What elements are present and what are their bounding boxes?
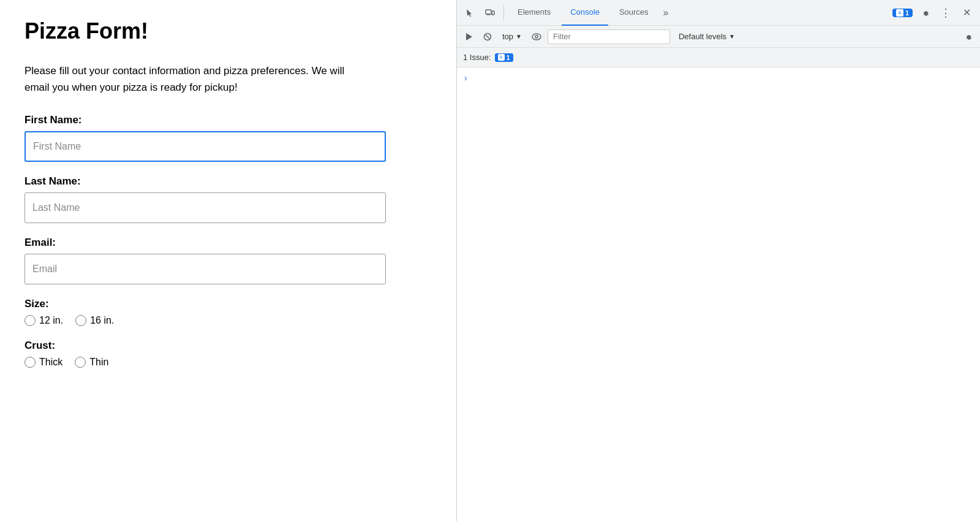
device-toolbar-button[interactable] [481,4,499,21]
svg-rect-0 [486,10,491,14]
log-levels-dropdown[interactable]: Default levels ▼ [674,31,740,42]
crust-group: Crust: Thick Thin [24,340,432,368]
svg-line-5 [486,35,489,39]
svg-point-6 [532,34,541,40]
first-name-group: First Name: [24,114,432,162]
size-16-radio[interactable] [75,315,86,326]
console-settings-button[interactable] [960,29,975,44]
size-12-text: 12 in. [39,315,63,326]
devtools-tabbar: Elements Console Sources » ≡ 1 ⋮ ✕ [457,0,980,26]
crust-thin-label: Thin [75,357,108,368]
log-levels-label: Default levels [679,32,726,41]
tab-console[interactable]: Console [562,0,608,26]
issues-badge: ≡ 1 [495,53,513,62]
devtools-panel: Elements Console Sources » ≡ 1 ⋮ ✕ [457,0,980,521]
settings-button[interactable] [916,4,933,21]
email-input[interactable] [24,254,386,284]
svg-rect-1 [492,11,494,15]
close-devtools-button[interactable]: ✕ [958,4,975,21]
crust-thin-radio[interactable] [75,357,86,368]
inspect-element-button[interactable] [462,4,479,21]
size-12-label: 12 in. [24,315,63,326]
page-description: Please fill out your contact information… [24,63,355,96]
execute-script-button[interactable] [462,29,477,44]
crust-radio-group: Thick Thin [24,357,432,368]
console-prompt-chevron[interactable]: › [464,73,467,83]
console-context-label: top [502,32,513,41]
svg-point-7 [535,35,538,37]
console-badge: ≡ 1 [892,9,913,17]
crust-thick-label: Thick [24,357,62,368]
issues-label: 1 Issue: [463,53,491,62]
issues-bar: 1 Issue: ≡ 1 [457,48,980,67]
issues-badge-icon: ≡ [498,54,505,61]
more-tabs-button[interactable]: » [660,7,673,18]
size-16-label: 16 in. [75,315,114,326]
crust-thin-text: Thin [89,357,108,368]
size-12-radio[interactable] [24,315,36,326]
chevron-down-icon-2: ▼ [729,33,735,40]
first-name-input[interactable] [24,131,386,162]
first-name-label: First Name: [24,114,432,126]
last-name-group: Last Name: [24,175,432,223]
live-expressions-button[interactable] [529,29,544,44]
last-name-input[interactable] [24,192,386,223]
issues-count: 1 [507,54,510,61]
more-options-button[interactable]: ⋮ [937,4,954,21]
email-label: Email: [24,237,432,249]
console-filter-input[interactable] [548,29,670,44]
console-context-dropdown[interactable]: top ▼ [499,31,526,42]
email-group: Email: [24,237,432,284]
size-group: Size: 12 in. 16 in. [24,298,432,326]
crust-label: Crust: [24,340,432,352]
crust-thick-text: Thick [39,357,62,368]
svg-marker-3 [466,33,472,40]
clear-console-button[interactable] [480,29,495,44]
tab-sources[interactable]: Sources [611,0,657,26]
tab-elements[interactable]: Elements [509,0,559,26]
chevron-down-icon: ▼ [516,33,522,40]
badge-icon: ≡ [896,9,903,17]
crust-thick-radio[interactable] [24,357,36,368]
page-title: Pizza Form! [24,18,432,44]
size-label: Size: [24,298,432,310]
size-16-text: 16 in. [90,315,114,326]
console-content: › [457,67,980,521]
last-name-label: Last Name: [24,175,432,188]
console-toolbar: top ▼ Default levels ▼ [457,26,980,48]
tab-separator-1 [503,6,504,20]
size-radio-group: 12 in. 16 in. [24,315,432,326]
webpage-panel: Pizza Form! Please fill out your contact… [0,0,456,521]
